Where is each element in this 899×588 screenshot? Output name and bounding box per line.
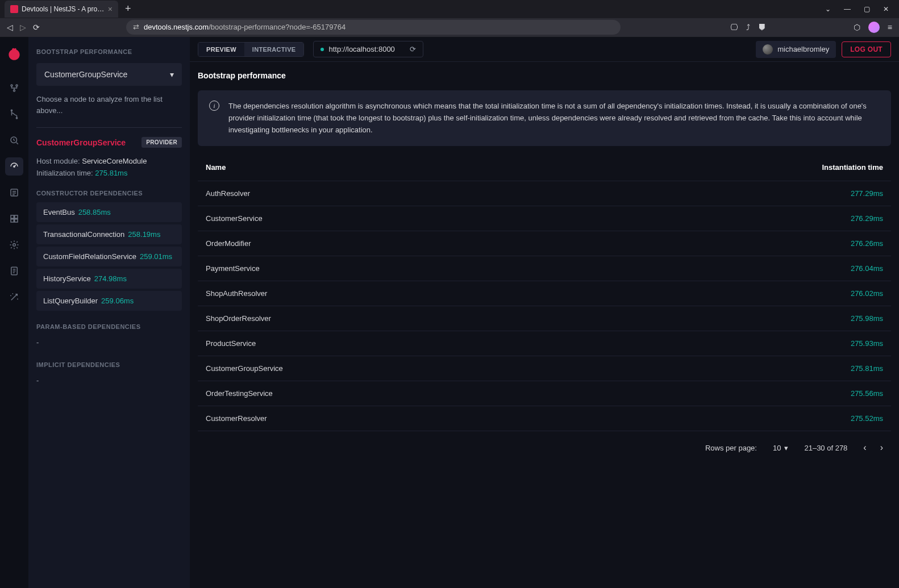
dep-name: HistoryService <box>43 274 91 283</box>
svg-point-2 <box>14 90 15 91</box>
table-row[interactable]: CustomerResolver275.52ms <box>198 406 891 431</box>
refresh-icon[interactable]: ⟳ <box>410 45 416 53</box>
topbar: PREVIEW INTERACTIVE http://localhost:800… <box>190 37 899 62</box>
lock-icon: ⇄ <box>133 23 139 31</box>
reload-button[interactable]: ⟳ <box>33 23 40 32</box>
table-row[interactable]: PaymentService276.04ms <box>198 256 891 281</box>
menu-icon[interactable]: ≡ <box>888 23 892 32</box>
rail-branch-icon[interactable] <box>5 105 23 123</box>
favicon <box>10 5 18 13</box>
row-name: CustomerResolver <box>206 414 792 423</box>
row-time: 275.93ms <box>792 339 883 348</box>
node-title: CustomerGroupService <box>36 138 126 147</box>
param-deps-heading: PARAM-BASED DEPENDENCIES <box>36 323 182 330</box>
share-icon[interactable]: ⤴ <box>746 23 750 32</box>
nestjs-logo[interactable] <box>6 47 22 63</box>
table-row[interactable]: ProductService275.93ms <box>198 331 891 356</box>
dep-name: ListQueryBuilder <box>43 297 98 305</box>
close-icon[interactable]: × <box>108 5 113 14</box>
svg-rect-10 <box>11 219 14 222</box>
svg-point-12 <box>13 244 16 247</box>
host-url: http://localhost:8000 <box>328 45 394 53</box>
node-title-row: CustomerGroupService PROVIDER <box>36 137 182 148</box>
init-time-value: 275.81ms <box>95 169 127 177</box>
pagination: Rows per page: 10 ▾ 21–30 of 278 ‹ › <box>198 431 891 453</box>
chevron-down-icon[interactable]: ⌄ <box>824 5 832 13</box>
extensions-icon[interactable]: ⬡ <box>854 23 860 32</box>
rail-search-icon[interactable] <box>5 131 23 149</box>
node-select[interactable]: CustomerGroupService ▾ <box>36 63 182 86</box>
next-page-button[interactable]: › <box>880 443 883 453</box>
dep-time: 258.85ms <box>78 208 111 216</box>
row-name: OrderModifier <box>206 239 792 248</box>
dep-item[interactable]: CustomFieldRelationService 259.01ms <box>36 247 182 266</box>
nav-bar: ◁ ▷ ⟳ ⇄ devtools.nestjs.com/bootstrap-pe… <box>0 18 899 37</box>
rail-grid-icon[interactable] <box>5 210 23 228</box>
divider <box>36 127 182 128</box>
user-chip[interactable]: michaelbromley <box>756 41 836 58</box>
dep-item[interactable]: HistoryService 274.98ms <box>36 269 182 289</box>
row-time: 276.04ms <box>792 264 883 273</box>
row-name: ShopOrderResolver <box>206 314 792 323</box>
svg-rect-11 <box>15 219 18 222</box>
table-row[interactable]: OrderModifier276.26ms <box>198 231 891 256</box>
url-path: /bootstrap-performance?node=-65179764 <box>209 23 346 31</box>
rail-list-icon[interactable] <box>5 184 23 202</box>
table-row[interactable]: OrderTestingService275.56ms <box>198 381 891 406</box>
preview-tab[interactable]: PREVIEW <box>198 43 244 56</box>
rail-wand-icon[interactable] <box>5 288 23 306</box>
back-button[interactable]: ◁ <box>7 23 13 32</box>
row-time: 275.52ms <box>792 414 883 423</box>
rpp-value: 10 <box>773 444 781 452</box>
table-row[interactable]: CustomerGroupService275.81ms <box>198 356 891 381</box>
rail-graph-icon[interactable] <box>5 79 23 97</box>
close-window-button[interactable]: ✕ <box>882 5 890 13</box>
page-title: Bootstrap performance <box>198 71 891 80</box>
row-name: AuthResolver <box>206 189 792 198</box>
dep-name: CustomFieldRelationService <box>43 252 136 261</box>
minimize-button[interactable]: — <box>843 5 851 13</box>
profile-avatar[interactable] <box>868 22 880 33</box>
host-module-value: ServiceCoreModule <box>82 157 147 165</box>
dep-item[interactable]: EventBus 258.85ms <box>36 202 182 222</box>
panel-heading: BOOTSTRAP PERFORMANCE <box>36 48 182 55</box>
svg-point-0 <box>11 85 13 86</box>
browser-tab[interactable]: Devtools | NestJS - A progressive × <box>5 1 118 18</box>
dep-item[interactable]: ListQueryBuilder 259.06ms <box>36 291 182 311</box>
table-row[interactable]: ShopOrderResolver275.98ms <box>198 306 891 331</box>
desktop-icon[interactable]: 🖵 <box>730 23 738 32</box>
rail-speed-icon[interactable] <box>5 157 23 176</box>
row-time: 275.81ms <box>792 364 883 373</box>
rpp-select[interactable]: 10 ▾ <box>773 444 788 452</box>
maximize-button[interactable]: ▢ <box>863 5 871 13</box>
dep-name: EventBus <box>43 208 75 216</box>
interactive-tab[interactable]: INTERACTIVE <box>244 43 304 56</box>
row-time: 276.29ms <box>792 214 883 223</box>
host-chip[interactable]: http://localhost:8000 ⟳ <box>313 41 423 57</box>
row-name: ShopAuthResolver <box>206 289 792 298</box>
logout-button[interactable]: LOG OUT <box>842 41 891 57</box>
dep-time: 259.06ms <box>101 297 134 305</box>
provider-badge: PROVIDER <box>141 137 182 148</box>
table-row[interactable]: AuthResolver277.29ms <box>198 181 891 206</box>
row-name: OrderTestingService <box>206 389 792 398</box>
info-text: The dependencies resolution algorithm is… <box>228 101 880 136</box>
rail-doc-icon[interactable] <box>5 262 23 280</box>
prev-page-button[interactable]: ‹ <box>863 443 866 453</box>
new-tab-button[interactable]: + <box>125 3 131 15</box>
constructor-deps-heading: CONSTRUCTOR DEPENDENCIES <box>36 190 182 197</box>
table-row[interactable]: CustomerService276.29ms <box>198 206 891 231</box>
rail-gear-icon[interactable] <box>5 236 23 254</box>
dep-item[interactable]: TransactionalConnection 258.19ms <box>36 224 182 244</box>
host-module-row: Host module: ServiceCoreModule <box>36 157 182 165</box>
col-name-header: Name <box>206 163 792 172</box>
table-row[interactable]: ShopAuthResolver276.02ms <box>198 281 891 306</box>
side-panel: BOOTSTRAP PERFORMANCE CustomerGroupServi… <box>28 37 190 588</box>
shield-icon[interactable]: ⛊ <box>758 23 766 32</box>
row-name: PaymentService <box>206 264 792 273</box>
node-select-value: CustomerGroupService <box>44 70 127 79</box>
forward-button[interactable]: ▷ <box>20 23 26 32</box>
url-bar[interactable]: ⇄ devtools.nestjs.com/bootstrap-performa… <box>126 20 621 35</box>
row-time: 276.26ms <box>792 239 883 248</box>
dropdown-icon: ▾ <box>170 70 174 79</box>
